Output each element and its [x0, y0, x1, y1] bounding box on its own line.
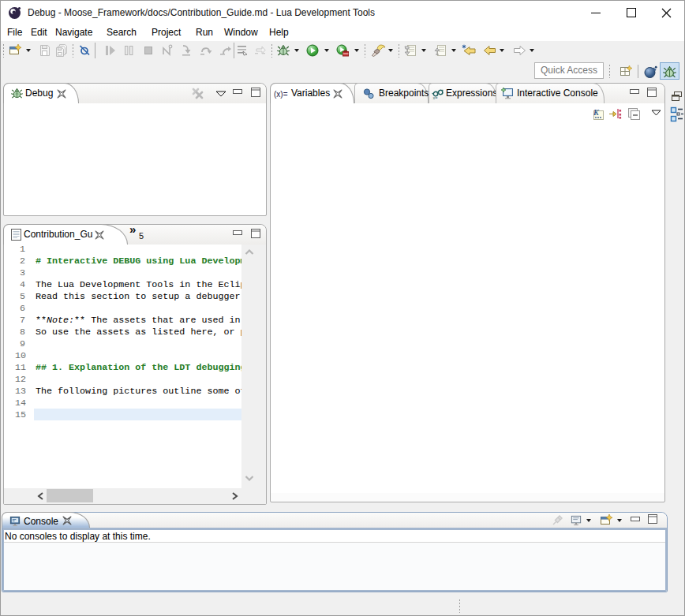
- svg-text:x=: x=: [433, 95, 438, 100]
- svg-text:K: K: [593, 108, 600, 117]
